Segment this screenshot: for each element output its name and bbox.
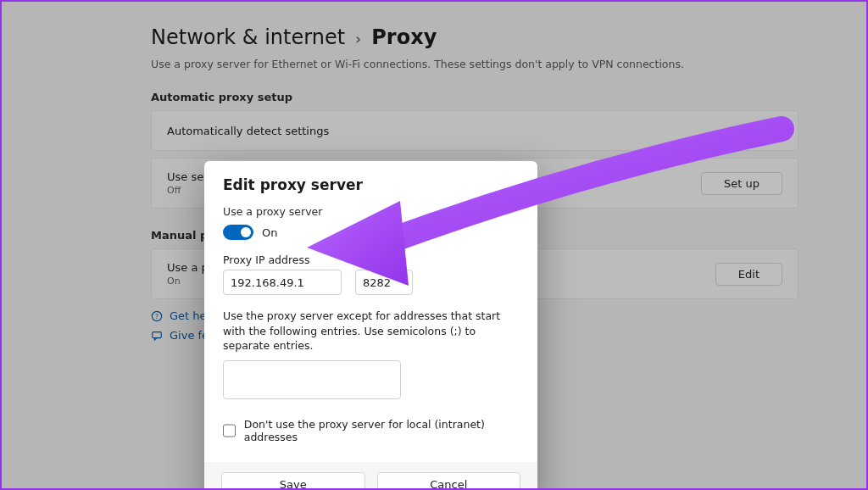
proxy-ip-input[interactable] (223, 270, 342, 295)
proxy-exceptions-description: Use the proxy server except for addresse… (223, 309, 519, 354)
save-button[interactable]: Save (221, 472, 365, 491)
use-proxy-toggle[interactable] (223, 225, 253, 240)
local-bypass-label: Don't use the proxy server for local (in… (244, 418, 519, 443)
use-proxy-state-text: On (262, 226, 277, 239)
proxy-port-input[interactable] (355, 270, 413, 295)
use-proxy-label: Use a proxy server (223, 205, 519, 218)
proxy-port-label: Port (355, 253, 413, 266)
proxy-exceptions-input[interactable] (223, 360, 401, 399)
proxy-ip-label: Proxy IP address (223, 253, 342, 266)
cancel-button[interactable]: Cancel (377, 472, 521, 491)
dialog-title: Edit proxy server (223, 176, 519, 193)
edit-proxy-dialog: Edit proxy server Use a proxy server On … (204, 161, 537, 490)
local-bypass-checkbox[interactable] (223, 424, 236, 437)
